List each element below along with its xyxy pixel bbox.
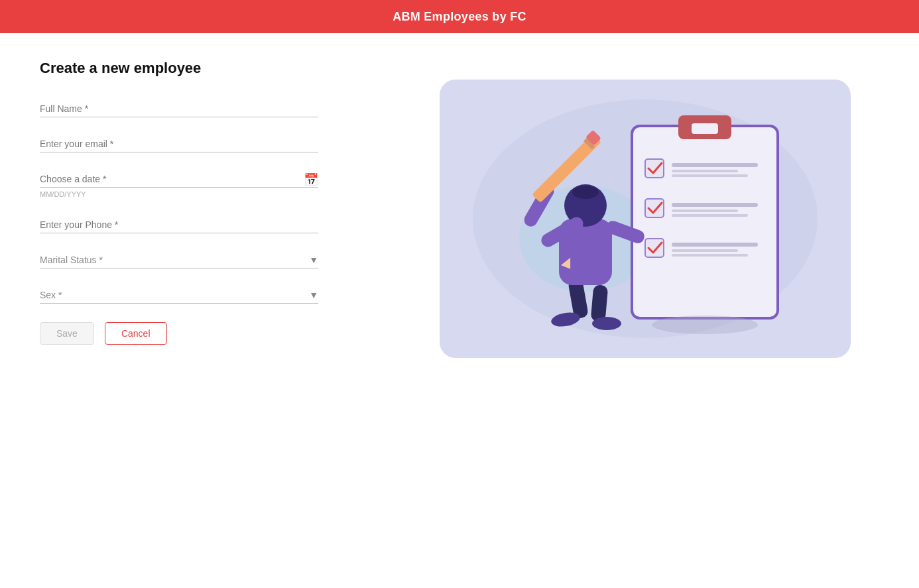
sex-select[interactable]: Sex * Male Female Other: [40, 287, 318, 304]
date-group: 📅 MM/DD/YYYY: [40, 171, 371, 198]
date-input[interactable]: [40, 171, 318, 188]
illustration-container: [440, 80, 851, 358]
full-name-input[interactable]: [40, 101, 318, 117]
page-title: Create a new employee: [40, 60, 371, 77]
save-button[interactable]: Save: [40, 322, 94, 345]
marital-status-wrapper: Marital Status * Single Married Divorced…: [40, 252, 318, 268]
sex-wrapper: Sex * Male Female Other ▼: [40, 287, 318, 304]
phone-group: [40, 217, 371, 233]
svg-rect-15: [672, 249, 738, 252]
form-section: Create a new employee 📅 MM/DD/YYYY Marit: [40, 60, 371, 358]
svg-point-24: [572, 186, 599, 199]
full-name-group: [40, 101, 371, 117]
svg-rect-2: [632, 126, 778, 318]
email-input[interactable]: [40, 136, 318, 152]
calendar-icon[interactable]: 📅: [304, 172, 318, 187]
svg-rect-4: [692, 123, 718, 134]
svg-rect-8: [672, 174, 748, 177]
sex-group: Sex * Male Female Other ▼: [40, 287, 371, 304]
email-group: [40, 136, 371, 152]
date-hint: MM/DD/YYYY: [40, 190, 371, 198]
svg-rect-16: [672, 254, 748, 257]
marital-status-select[interactable]: Marital Status * Single Married Divorced…: [40, 252, 318, 268]
svg-rect-6: [672, 163, 758, 167]
svg-point-21: [592, 317, 621, 330]
cancel-button[interactable]: Cancel: [105, 322, 167, 345]
illustration-section: [411, 60, 879, 358]
main-content: Create a new employee 📅 MM/DD/YYYY Marit: [0, 33, 919, 384]
svg-point-17: [652, 316, 758, 334]
marital-status-group: Marital Status * Single Married Divorced…: [40, 252, 371, 268]
svg-rect-12: [672, 214, 748, 217]
button-group: Save Cancel: [40, 322, 371, 345]
svg-rect-7: [672, 170, 738, 172]
app-header: ABM Employees by FC: [0, 0, 919, 33]
svg-rect-11: [672, 209, 738, 212]
svg-rect-14: [672, 243, 758, 247]
svg-rect-10: [672, 203, 758, 207]
date-wrapper: 📅: [40, 171, 318, 188]
illustration-svg: [453, 86, 837, 351]
app-title: ABM Employees by FC: [393, 10, 526, 24]
phone-input[interactable]: [40, 217, 318, 233]
